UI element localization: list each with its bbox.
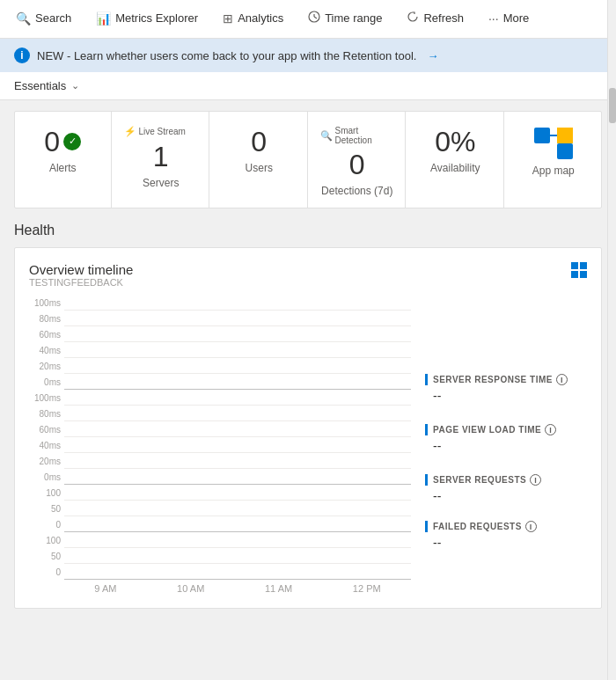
availability-label: Availability bbox=[430, 162, 480, 174]
svg-rect-4 bbox=[557, 143, 573, 159]
essentials-bar: Essentials ⌄ bbox=[0, 72, 616, 100]
svg-marker-5 bbox=[557, 128, 573, 143]
page-view-load-time-value: -- bbox=[433, 439, 587, 453]
search-label: Search bbox=[35, 11, 71, 25]
chart-row: 40ms bbox=[29, 342, 411, 358]
chart-row: 100 bbox=[29, 485, 411, 501]
chart-row: 0 bbox=[29, 516, 411, 532]
chart-row: 60ms bbox=[29, 421, 411, 437]
right-metric-failed-requests: FAILED REQUESTS i -- bbox=[425, 521, 587, 550]
essentials-chevron-icon[interactable]: ⌄ bbox=[71, 80, 79, 91]
metric-card-alerts[interactable]: 0 ✓ Alerts bbox=[15, 112, 112, 208]
x-axis: 9 AM 10 AM 11 AM 12 PM bbox=[64, 583, 411, 594]
page-scrollbar[interactable] bbox=[607, 0, 616, 680]
chart-row: 60ms bbox=[29, 326, 411, 342]
more-label: More bbox=[503, 11, 530, 25]
info-icon: i bbox=[14, 48, 30, 63]
server-response-time-label: SERVER RESPONSE TIME bbox=[433, 375, 553, 384]
livestream-icon: ⚡ bbox=[124, 126, 136, 137]
failed-requests-info-icon[interactable]: i bbox=[525, 521, 537, 532]
timeline-subtitle: TESTINGFEEDBACK bbox=[29, 277, 133, 288]
chart-right-panel: SERVER RESPONSE TIME i -- PAGE VIEW LOAD… bbox=[411, 295, 587, 594]
chart-row: 50 bbox=[29, 501, 411, 516]
availability-value: 0% bbox=[435, 126, 475, 158]
chart-area: 100ms 80ms 60ms 40ms bbox=[29, 295, 587, 594]
banner-link[interactable]: → bbox=[427, 49, 438, 62]
app-map-icon bbox=[532, 126, 575, 161]
more-button[interactable]: ··· More bbox=[476, 0, 541, 39]
metric-card-appmap[interactable]: App map bbox=[506, 112, 602, 208]
servers-tag-label: Live Stream bbox=[139, 127, 186, 136]
alerts-number: 0 ✓ bbox=[44, 126, 81, 158]
refresh-button[interactable]: Refresh bbox=[394, 0, 476, 39]
chart-row: 40ms bbox=[29, 437, 411, 453]
essentials-label: Essentials bbox=[14, 79, 66, 92]
chart-row: 0ms bbox=[29, 469, 411, 485]
time-range-button[interactable]: Time range bbox=[296, 0, 394, 39]
health-label: Health bbox=[14, 223, 602, 238]
chart-row: 20ms bbox=[29, 453, 411, 469]
right-metric-server-response: SERVER RESPONSE TIME i -- bbox=[425, 374, 587, 403]
server-response-time-value: -- bbox=[433, 389, 587, 403]
chart-row: 100 bbox=[29, 532, 411, 548]
chart-row: 80ms bbox=[29, 406, 411, 421]
chart-row: 0 bbox=[29, 564, 411, 580]
toolbar: 🔍 Search 📊 Metrics Explorer ⊞ Analytics … bbox=[0, 0, 616, 39]
metric-card-servers[interactable]: ⚡ Live Stream 1 Servers bbox=[114, 112, 210, 208]
metrics-row: 0 ✓ Alerts ⚡ Live Stream 1 Servers 0 Use… bbox=[14, 111, 602, 208]
svg-line-2 bbox=[314, 17, 317, 18]
grid-icon[interactable] bbox=[571, 262, 587, 278]
detections-label: Detections (7d) bbox=[321, 185, 392, 197]
chart-row: 20ms bbox=[29, 358, 411, 374]
time-range-label: Time range bbox=[325, 11, 382, 25]
scrollbar-thumb[interactable] bbox=[609, 88, 616, 123]
chart-section-3: 100 50 0 bbox=[29, 485, 411, 532]
alerts-label: Alerts bbox=[49, 162, 77, 174]
detections-tag: 🔍 Smart Detection bbox=[320, 126, 395, 145]
metrics-explorer-label: Metrics Explorer bbox=[115, 11, 198, 25]
chart-left: 100ms 80ms 60ms 40ms bbox=[29, 295, 411, 594]
metrics-explorer-button[interactable]: 📊 Metrics Explorer bbox=[84, 0, 210, 39]
chart-row: 0ms bbox=[29, 374, 411, 390]
metric-card-availability[interactable]: 0% Availability bbox=[407, 112, 504, 208]
search-icon: 🔍 bbox=[16, 11, 31, 26]
page-view-load-time-label: PAGE VIEW LOAD TIME bbox=[433, 425, 541, 435]
server-requests-value: -- bbox=[433, 489, 587, 503]
chart-section-4: 100 50 0 bbox=[29, 532, 411, 580]
detections-tag-label: Smart Detection bbox=[335, 126, 395, 145]
metric-card-detections[interactable]: 🔍 Smart Detection 0 Detections (7d) bbox=[310, 112, 407, 208]
timeline-header: Overview timeline TESTINGFEEDBACK bbox=[29, 262, 587, 288]
chart-row: 50 bbox=[29, 548, 411, 564]
server-response-time-info-icon[interactable]: i bbox=[556, 374, 568, 385]
analytics-label: Analytics bbox=[238, 11, 283, 25]
chart-row: 100ms bbox=[29, 295, 411, 311]
servers-tag: ⚡ Live Stream bbox=[124, 126, 199, 137]
more-icon: ··· bbox=[488, 11, 499, 26]
time-range-icon bbox=[308, 11, 320, 26]
smart-detection-icon: 🔍 bbox=[320, 130, 333, 142]
appmap-label: App map bbox=[532, 165, 575, 177]
search-button[interactable]: 🔍 Search bbox=[4, 0, 84, 39]
page-view-load-time-info-icon[interactable]: i bbox=[545, 424, 556, 435]
failed-requests-value: -- bbox=[433, 536, 587, 550]
timeline-title: Overview timeline bbox=[29, 262, 133, 277]
refresh-label: Refresh bbox=[423, 11, 464, 25]
check-icon: ✓ bbox=[63, 133, 81, 150]
svg-rect-3 bbox=[534, 128, 550, 143]
refresh-icon bbox=[407, 11, 419, 26]
metric-card-users[interactable]: 0 Users bbox=[211, 112, 308, 208]
metrics-explorer-icon: 📊 bbox=[96, 11, 111, 26]
info-banner: i NEW - Learn whether users come back to… bbox=[0, 39, 616, 72]
chart-section-1: 100ms 80ms 60ms 40ms bbox=[29, 295, 411, 390]
analytics-icon: ⊞ bbox=[223, 11, 233, 26]
chart-row: 80ms bbox=[29, 311, 411, 326]
chart-row: 100ms bbox=[29, 390, 411, 406]
servers-number: 1 bbox=[153, 141, 169, 173]
chart-section-2: 100ms 80ms 60ms 40ms bbox=[29, 390, 411, 485]
failed-requests-label: FAILED REQUESTS bbox=[433, 522, 522, 531]
analytics-button[interactable]: ⊞ Analytics bbox=[210, 0, 296, 39]
timeline-card: Overview timeline TESTINGFEEDBACK 100ms bbox=[14, 247, 602, 609]
users-label: Users bbox=[246, 162, 273, 174]
server-requests-info-icon[interactable]: i bbox=[530, 474, 541, 486]
server-requests-label: SERVER REQUESTS bbox=[433, 475, 526, 485]
